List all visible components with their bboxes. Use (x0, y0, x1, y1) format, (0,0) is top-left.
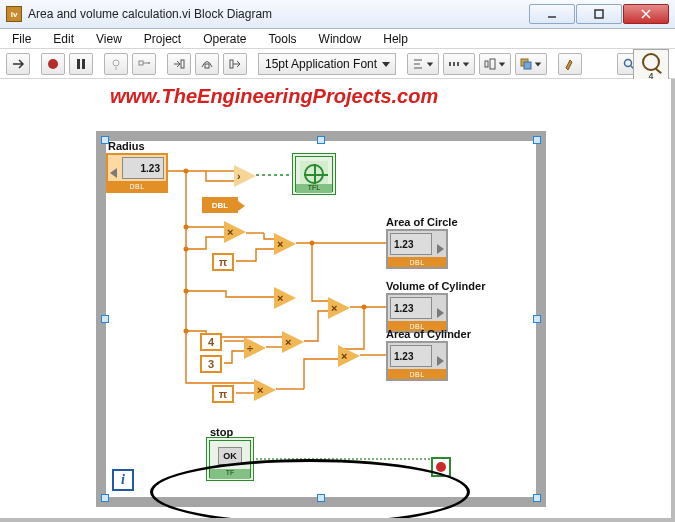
menu-view[interactable]: View (92, 31, 126, 47)
while-loop[interactable]: Radius 1.23 DBL › TFL DBL × × Area of Ci… (96, 131, 546, 507)
svg-rect-4 (77, 59, 80, 69)
probe-text: DBL (212, 201, 228, 210)
abort-button[interactable] (41, 53, 65, 75)
numeric-constant-4[interactable]: 4 (200, 333, 222, 351)
indicator-area-cylinder-label: Area of Cylinder (386, 328, 471, 340)
svg-point-29 (184, 329, 189, 334)
indicator-area-cylinder-value: 1.23 (390, 345, 432, 367)
probe-indicator[interactable]: DBL (202, 197, 238, 213)
svg-rect-10 (181, 60, 184, 68)
control-radius-dtype: DBL (108, 181, 166, 191)
step-into-button[interactable] (167, 53, 191, 75)
close-button[interactable] (623, 4, 669, 24)
stop-control-label: stop (210, 426, 233, 438)
svg-rect-5 (82, 59, 85, 69)
block-diagram-canvas[interactable]: www.TheEngineeringProjects.com (0, 79, 675, 522)
divide-node[interactable]: ÷ (244, 337, 266, 359)
express-vi-dtype: TFL (296, 184, 332, 193)
cleanup-button[interactable] (558, 53, 582, 75)
multiply-node-6[interactable]: × (338, 345, 360, 367)
selection-handle[interactable] (101, 136, 109, 144)
menu-help[interactable]: Help (379, 31, 412, 47)
step-out-button[interactable] (223, 53, 247, 75)
svg-rect-18 (457, 62, 459, 66)
express-vi-node[interactable]: TFL (292, 153, 336, 195)
align-menu-button[interactable] (407, 53, 439, 75)
title-bar: lv Area and volume calculation.vi Block … (0, 0, 675, 29)
reorder-menu-button[interactable] (515, 53, 547, 75)
selection-handle[interactable] (101, 494, 109, 502)
menu-bar: File Edit View Project Operate Tools Win… (0, 29, 675, 49)
menu-window[interactable]: Window (315, 31, 366, 47)
toolbar: 15pt Application Font ? (0, 49, 675, 79)
control-radius-label: Radius (108, 140, 145, 152)
selection-handle[interactable] (533, 136, 541, 144)
pi-constant-2[interactable] (212, 385, 234, 403)
step-over-button[interactable] (195, 53, 219, 75)
svg-point-27 (184, 247, 189, 252)
resize-menu-button[interactable] (479, 53, 511, 75)
greater-than-node[interactable]: › (234, 165, 256, 187)
svg-point-6 (113, 60, 119, 66)
selection-handle[interactable] (533, 315, 541, 323)
retain-wire-values-button[interactable] (132, 53, 156, 75)
annotation-ellipse (150, 459, 470, 522)
distribute-menu-button[interactable] (443, 53, 475, 75)
svg-point-31 (362, 305, 367, 310)
indicator-volume-cylinder-label: Volume of Cylinder (386, 280, 485, 292)
control-radius[interactable]: Radius 1.23 DBL (106, 153, 168, 193)
svg-rect-11 (205, 64, 209, 68)
menu-project[interactable]: Project (140, 31, 185, 47)
svg-rect-20 (490, 59, 495, 69)
multiply-node-2[interactable]: × (274, 233, 296, 255)
svg-rect-16 (449, 62, 451, 66)
highlight-exec-button[interactable] (104, 53, 128, 75)
menu-edit[interactable]: Edit (49, 31, 78, 47)
font-selector[interactable]: 15pt Application Font (258, 53, 396, 75)
indicator-area-circle-label: Area of Circle (386, 216, 458, 228)
font-selector-label: 15pt Application Font (265, 57, 377, 71)
svg-rect-1 (595, 10, 603, 18)
watermark-text: www.TheEngineeringProjects.com (110, 85, 438, 108)
indicator-area-cylinder-dtype: DBL (388, 369, 446, 379)
indicator-area-circle-dtype: DBL (388, 257, 446, 267)
window-title: Area and volume calculation.vi Block Dia… (28, 7, 528, 21)
pause-button[interactable] (69, 53, 93, 75)
iteration-terminal[interactable]: i (112, 469, 134, 491)
svg-point-30 (310, 241, 315, 246)
selection-handle[interactable] (101, 315, 109, 323)
svg-rect-19 (485, 61, 488, 67)
multiply-node-3[interactable]: × (274, 287, 296, 309)
minimize-button[interactable] (529, 4, 575, 24)
multiply-node-1[interactable]: × (224, 221, 246, 243)
maximize-button[interactable] (576, 4, 622, 24)
svg-point-28 (184, 289, 189, 294)
menu-tools[interactable]: Tools (265, 31, 301, 47)
menu-file[interactable]: File (8, 31, 35, 47)
indicator-area-cylinder[interactable]: Area of Cylinder 1.23 DBL (386, 341, 448, 381)
selection-handle[interactable] (533, 494, 541, 502)
svg-point-9 (148, 62, 150, 64)
indicator-area-circle-value: 1.23 (390, 233, 432, 255)
pi-constant-1[interactable] (212, 253, 234, 271)
svg-rect-22 (524, 62, 531, 69)
svg-point-25 (184, 169, 189, 174)
menu-operate[interactable]: Operate (199, 31, 250, 47)
multiply-node-5[interactable]: × (282, 331, 304, 353)
indicator-volume-cylinder-value: 1.23 (390, 297, 432, 319)
control-radius-value: 1.23 (122, 157, 164, 179)
indicator-volume-cylinder[interactable]: Volume of Cylinder 1.23 DBL (386, 293, 448, 333)
svg-rect-12 (230, 60, 233, 68)
multiply-node-7[interactable]: × (254, 379, 276, 401)
app-icon: lv (6, 6, 22, 22)
multiply-node-4[interactable]: × (328, 297, 350, 319)
indicator-area-circle[interactable]: Area of Circle 1.23 DBL (386, 229, 448, 269)
selection-handle[interactable] (317, 136, 325, 144)
svg-point-23 (625, 59, 632, 66)
numeric-constant-3[interactable]: 3 (200, 355, 222, 373)
run-button[interactable] (6, 53, 30, 75)
svg-rect-17 (453, 62, 455, 66)
svg-rect-8 (139, 61, 143, 65)
svg-point-26 (184, 225, 189, 230)
window-buttons (528, 4, 669, 24)
